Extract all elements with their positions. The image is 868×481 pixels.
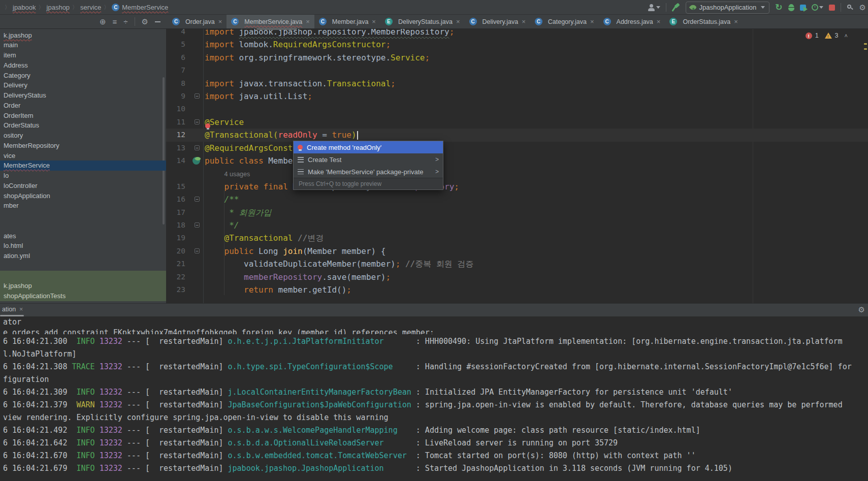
close-icon[interactable]: ×	[657, 18, 661, 25]
run-console-output[interactable]: atore orders add constraint FKpktxwhjox7…	[0, 316, 868, 481]
editor-tab[interactable]: CMemberService.java×	[227, 15, 314, 28]
intention-menu-item[interactable]: Create method 'readOnly'	[294, 141, 443, 153]
code-line[interactable]: 9−import java.util.List;	[166, 90, 868, 103]
project-tree-item[interactable]: ation.yml	[0, 251, 166, 261]
code-line[interactable]: 22 memberRepository.save(member);	[166, 271, 868, 283]
fold-marker-icon[interactable]: −	[195, 248, 200, 253]
spring-bean-icon[interactable]	[192, 157, 200, 165]
expand-all-icon[interactable]: ≡	[113, 18, 117, 25]
project-tree-item[interactable]: Delivery	[0, 80, 166, 90]
run-configuration-select[interactable]: JpashopApplication	[686, 2, 770, 14]
project-tree-item[interactable]: OrderStatus	[0, 120, 166, 131]
code-line[interactable]: 23 return member.getId();	[166, 283, 868, 296]
intention-menu-item[interactable]: Make 'MemberService' package-private>	[294, 166, 443, 178]
code-line[interactable]: 13−@RequiredArgsConstructor	[166, 142, 868, 154]
project-tree-item[interactable]: k.jpashop	[0, 281, 166, 291]
code-line[interactable]: 20− public Long join(Member member) {	[166, 245, 868, 258]
project-tree-item[interactable]: mber	[0, 201, 166, 211]
line-number: 16	[166, 193, 185, 206]
code-editor[interactable]: ! 1 ! 3 ˄ 4import jpabook.jpashop.reposi…	[166, 29, 868, 303]
settings-gear-icon[interactable]: ⚙	[859, 4, 866, 11]
editor-tab[interactable]: CAddress.java×	[599, 15, 665, 28]
editor-tab[interactable]: CMember.java×	[314, 15, 380, 28]
breadcrumb-item[interactable]: MemberService	[122, 4, 168, 11]
profiler-button[interactable]	[812, 4, 823, 11]
close-icon[interactable]: ×	[19, 306, 23, 313]
code-line[interactable]: 4 usages	[166, 167, 868, 180]
debug-button[interactable]	[788, 4, 794, 11]
run-with-coverage-button[interactable]	[800, 5, 806, 11]
intention-menu-item-label: Make 'MemberService' package-private	[308, 168, 424, 176]
project-tree-item[interactable]: item	[0, 50, 166, 60]
code-line[interactable]: 21 validateDuplicateMember(member); //중복…	[166, 258, 868, 270]
breadcrumb-item[interactable]: service	[80, 4, 101, 11]
project-tree-item[interactable]: shopApplicationTests	[0, 291, 166, 301]
project-tree-item[interactable]: lo.html	[0, 241, 166, 251]
breadcrumb-item[interactable]: jpabook	[13, 4, 36, 11]
breadcrumb-item[interactable]: jpashop	[47, 4, 70, 11]
editor-tab[interactable]: COrder.java×	[168, 15, 227, 28]
close-icon[interactable]: ×	[590, 18, 594, 25]
code-line[interactable]: 17 * 회원가입	[166, 206, 868, 219]
code-line[interactable]: 6import org.springframework.stereotype.S…	[166, 51, 868, 64]
project-tree-item[interactable]: main	[0, 40, 166, 50]
code-line[interactable]: 11−@Service	[166, 116, 868, 129]
stop-button[interactable]	[829, 5, 835, 11]
code-line[interactable]: 15 private final MemberRepository member…	[166, 180, 868, 193]
project-tree-item[interactable]: vice	[0, 150, 166, 161]
project-tree-item[interactable]: Address	[0, 60, 166, 70]
project-tree-item[interactable]: ates	[0, 231, 166, 241]
code-line[interactable]: 14public class MemberService {	[166, 154, 868, 167]
editor-tab[interactable]: CDelivery.java×	[465, 15, 530, 28]
fold-marker-icon[interactable]: −	[195, 222, 200, 228]
code-line[interactable]: 18− */	[166, 219, 868, 232]
editor-tab[interactable]: EOrderStatus.java×	[665, 15, 742, 28]
editor-tab[interactable]: EDeliveryStatus.java×	[380, 15, 465, 28]
project-tree-item[interactable]: Category	[0, 70, 166, 80]
fold-marker-icon[interactable]: −	[195, 197, 200, 202]
code-line[interactable]: 12@Transactional(readOnly = true)	[166, 129, 868, 141]
close-icon[interactable]: ×	[734, 18, 738, 25]
collapse-all-icon[interactable]: ÷	[123, 18, 127, 25]
project-tree-item[interactable]: MemberRepository	[0, 140, 166, 150]
fold-marker-icon[interactable]: −	[195, 145, 200, 150]
editor-tab[interactable]: CCategory.java×	[530, 15, 599, 28]
console-settings-gear-icon[interactable]: ⚙	[858, 305, 865, 314]
project-settings-gear-icon[interactable]: ⚙	[142, 18, 148, 25]
rerun-button[interactable]: ↻	[775, 3, 782, 12]
project-tree-item[interactable]: loController	[0, 180, 166, 190]
close-icon[interactable]: ×	[522, 18, 526, 25]
project-tree-item[interactable]: DeliveryStatus	[0, 90, 166, 101]
project-tree-item[interactable]: shopApplication	[0, 190, 166, 201]
search-everywhere-button[interactable]	[847, 4, 854, 11]
project-tree-item[interactable]: OrderItem	[0, 110, 166, 120]
hide-panel-icon[interactable]	[155, 21, 160, 22]
fold-marker-icon[interactable]: −	[195, 93, 200, 99]
close-icon[interactable]: ×	[456, 18, 460, 25]
code-line[interactable]: 10	[166, 103, 868, 115]
code-line[interactable]: 7	[166, 64, 868, 77]
project-tree-item[interactable]: Order	[0, 100, 166, 110]
fold-marker-icon[interactable]: −	[195, 119, 200, 124]
console-text: o.s.b.d.a.OptionalLiveReloadServer	[228, 438, 384, 447]
code-line[interactable]: 4import jpabook.jpashop.repository.Membe…	[166, 29, 868, 38]
console-text: o.h.type.spi.TypeConfiguration$Scope	[228, 362, 393, 371]
close-icon[interactable]: ×	[306, 18, 310, 25]
line-number: 12	[166, 129, 185, 141]
code-line[interactable]: 16− /**	[166, 193, 868, 206]
intention-menu-item[interactable]: Create Test>	[294, 153, 443, 166]
project-tree-item[interactable]: MemberService	[0, 161, 166, 171]
code-line[interactable]: 5import lombok.RequiredArgsConstructor;	[166, 38, 868, 51]
user-account-button[interactable]	[648, 4, 660, 11]
project-tree-item[interactable]: k.jpashop	[0, 30, 166, 40]
build-hammer-icon[interactable]	[672, 4, 680, 11]
close-icon[interactable]: ×	[218, 18, 222, 25]
code-line[interactable]: 8import javax.transaction.Transactional;	[166, 77, 868, 90]
code-line[interactable]: 19 @Transactional //변경	[166, 232, 868, 244]
error-bulb-icon[interactable]	[205, 123, 210, 129]
locate-file-icon[interactable]: ⊕	[100, 18, 106, 25]
project-tree-item[interactable]: ository	[0, 131, 166, 141]
run-tab[interactable]: ation ×	[2, 306, 23, 313]
project-tree-item[interactable]: lo	[0, 171, 166, 181]
close-icon[interactable]: ×	[372, 18, 376, 25]
